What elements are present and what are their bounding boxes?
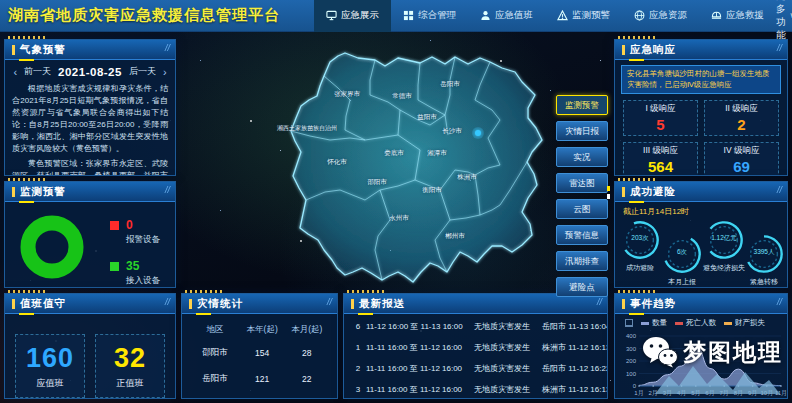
panel-corner-decoration — [8, 290, 48, 293]
panel-corner-decoration — [8, 178, 48, 181]
nav-tab-emergency-display[interactable]: 应急展示 — [314, 0, 391, 32]
gauge-label: 成功避险 — [615, 263, 667, 273]
legend-item[interactable]: 数量 — [641, 318, 667, 328]
map-button-live[interactable]: 实况 — [556, 147, 608, 167]
panel-disaster-stats: 灾情统计 // 地区 本年(起) 本月(起) 邵阳市 154 28 岳阳市 12… — [181, 293, 338, 399]
nav-items: 应急展示 综合管理 应急值班 监测预警 应急资源 应急救援 — [314, 0, 776, 32]
hunan-map[interactable]: 湘西土家族苗族自治州 张家界市 常德市 岳阳市 益阳市 长沙市 怀化市 娄底市 … — [270, 40, 582, 308]
response-level-3: III 级响应 564 — [623, 142, 698, 175]
watermark: 梦图地理 — [642, 336, 783, 368]
weather-paragraph: 黄色预警区域：张家界市永定区、武陵源区、慈利县西南部、桑植县西部，益阳市赫山区西… — [12, 158, 168, 175]
monitor-icon — [326, 10, 337, 21]
legend-item[interactable]: 死亡人数 — [675, 318, 716, 328]
panel-corner-decoration — [185, 290, 225, 293]
connected-label: 接入设备 — [126, 275, 160, 287]
map-marker-white — [607, 194, 610, 199]
nav-tab-emergency-rescue[interactable]: 应急救援 — [699, 0, 776, 32]
map-button-shelter-points[interactable]: 避险点 — [556, 277, 608, 297]
panel-body: 截止11月14日12时 203次 成功避险 6次 本月上报 1.12亿元 避免经… — [615, 202, 787, 287]
level-value: 5 — [656, 116, 664, 133]
map-region-label: 邵阳市 — [367, 178, 387, 187]
red-square-icon — [110, 221, 119, 230]
alarm-icon — [557, 10, 568, 21]
response-level-1: I 级响应 5 — [623, 100, 698, 136]
level-label: I 级响应 — [645, 103, 675, 115]
table-row[interactable]: 常德市 121 22 — [192, 392, 327, 398]
cell-year: 121 — [238, 374, 287, 384]
map-button-flood-inspection[interactable]: 汛期排查 — [556, 251, 608, 271]
hunan-map-shape — [270, 40, 582, 308]
map-button-warning-info[interactable]: 预警信息 — [556, 225, 608, 245]
chart-type-icon[interactable] — [625, 319, 633, 327]
legend-item-alarm: 0 报警设备 — [110, 218, 160, 246]
response-level-grid: I 级响应 5 II 级响应 2 III 级响应 564 IV 级响应 69 — [615, 98, 787, 175]
chevron-right-icon[interactable]: › — [163, 66, 167, 78]
panel-body: ‹ 前一天 2021-08-25 后一天 › 根据地质灾害成灾规律和孕灾条件，结… — [5, 60, 175, 175]
list-item[interactable]: 6 11-12 16:00 至 11-13 16:00 无地质灾害发生 岳阳市 … — [344, 316, 607, 337]
report-source: 岳阳市 11-13 16:04:00 — [542, 321, 607, 332]
panel-header: 灾情统计 // — [182, 294, 337, 314]
nav-tab-monitoring-warning[interactable]: 监测预警 — [545, 0, 622, 32]
svg-text:400: 400 — [626, 333, 637, 339]
level-value: 564 — [648, 158, 673, 175]
alarm-label: 报警设备 — [126, 234, 160, 246]
legend-swatch — [641, 322, 649, 325]
panel-corner-decoration — [618, 290, 658, 293]
map-region-label: 湘潭市 — [427, 149, 447, 158]
panel-body: 6 11-12 16:00 至 11-13 16:00 无地质灾害发生 岳阳市 … — [344, 314, 607, 398]
col-region: 地区 — [192, 324, 238, 336]
gauge-economic-loss-avoided: 1.12亿元 避免经济损失 — [703, 219, 745, 265]
map-button-disaster-daily[interactable]: 灾情日报 — [556, 121, 608, 141]
legend-label: 财产损失 — [735, 318, 765, 328]
panel-corner-decoration — [618, 36, 658, 39]
map-button-monitoring-warning[interactable]: 监测预警 — [556, 95, 608, 115]
report-source: 岳阳市 11-12 16:22:32 — [542, 363, 607, 374]
gauge-label: 本月上报 — [655, 277, 709, 287]
panel-title: 气象预警 — [20, 43, 66, 57]
more-functions-menu[interactable]: 更多功能 ∨ — [776, 0, 792, 42]
globe-icon — [634, 10, 645, 21]
nav-tab-comprehensive-management[interactable]: 综合管理 — [391, 0, 468, 32]
as-of-timestamp: 截止11月14日12时 — [623, 206, 787, 217]
table-row[interactable]: 岳阳市 121 22 — [192, 366, 327, 392]
report-source: 株洲市 11-12 16:13:21 — [542, 342, 607, 353]
panel-header: 应急响应 // — [615, 40, 787, 60]
panel-body: 0 报警设备 35 接入设备 — [5, 202, 175, 287]
response-level-4: IV 级响应 69 — [704, 142, 779, 175]
nav-tab-emergency-duty[interactable]: 应急值班 — [468, 0, 545, 32]
header-slash-decoration: // — [777, 297, 782, 307]
next-day-button[interactable]: 后一天 — [129, 65, 156, 78]
panel-title: 最新报送 — [359, 297, 405, 311]
legend-item[interactable]: 财产损失 — [724, 318, 765, 328]
legend-swatch — [675, 322, 683, 325]
table-row[interactable]: 邵阳市 154 28 — [192, 340, 327, 366]
header-slash-decoration: // — [777, 43, 782, 53]
grid-icon — [403, 10, 414, 21]
panel-header: 气象预警 // — [5, 40, 175, 60]
nav-tab-emergency-resources[interactable]: 应急资源 — [622, 0, 699, 32]
map-layer-buttons: 监测预警 灾情日报 实况 雷达图 云图 预警信息 汛期排查 避险点 — [556, 95, 608, 303]
level-label: II 级响应 — [725, 103, 758, 115]
on-duty-stat: 32 正值班 — [95, 334, 165, 398]
report-status: 无地质灾害发生 — [474, 342, 542, 353]
prev-day-button[interactable]: 前一天 — [24, 65, 51, 78]
map-button-radar[interactable]: 雷达图 — [556, 173, 608, 193]
header-slash-decoration: // — [165, 43, 170, 53]
chevron-left-icon[interactable]: ‹ — [13, 66, 17, 78]
map-button-cloud[interactable]: 云图 — [556, 199, 608, 219]
list-item[interactable]: 1 11-11 16:00 至 11-12 16:00 无地质灾害发生 株洲市 … — [344, 337, 607, 358]
header-slash-decoration: // — [777, 185, 782, 195]
list-item[interactable]: 3 11-11 16:00 至 11-12 16:00 无地质灾害发生 株洲市 … — [344, 379, 607, 398]
level-value: 2 — [737, 116, 745, 133]
report-period: 11-11 16:00 至 11-12 16:00 — [366, 363, 474, 374]
list-item[interactable]: 2 11-11 16:00 至 11-12 16:00 无地质灾害发生 岳阳市 … — [344, 358, 607, 379]
col-month: 本月(起) — [286, 324, 327, 336]
report-num: 2 — [350, 364, 366, 373]
alarm-count: 0 — [126, 218, 133, 232]
panel-monitoring-warning: 监测预警 // 0 报警设备 35 接入设备 — [4, 181, 176, 288]
expected-duty-label: 应值班 — [37, 377, 64, 390]
response-alert-text[interactable]: 安化县羊角塘镇沙田村的山塘一组发生地质灾害险情，已启动Ⅳ级应急响应 — [621, 65, 781, 94]
report-num: 1 — [350, 343, 366, 352]
panel-title: 事件趋势 — [630, 297, 676, 311]
report-num: 6 — [350, 322, 366, 331]
